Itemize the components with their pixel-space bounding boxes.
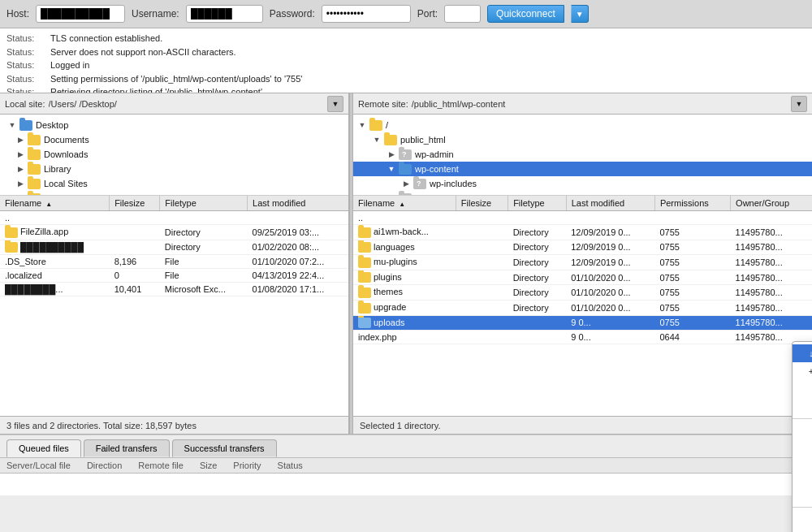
folder-icon-row2 bbox=[5, 242, 18, 253]
remote-tree: ▼ / ▼ public_html ▶ ? wp-admin ▼ wp-cont… bbox=[353, 115, 812, 196]
tree-label-public_html: public_html bbox=[400, 135, 446, 145]
file-name: ██████████ bbox=[0, 240, 110, 255]
table-row-uploads[interactable]: uploads 9 0... 0755 11495780... bbox=[353, 315, 812, 331]
tree-toggle-downloads[interactable]: ▶ bbox=[15, 149, 26, 160]
folder-icon-upgrade bbox=[358, 303, 371, 314]
col-filesize-local[interactable]: Filesize bbox=[110, 196, 160, 211]
context-menu-create-file[interactable]: Create new file bbox=[793, 469, 812, 487]
table-row[interactable]: plugins Directory 01/10/2020 0... 0755 1… bbox=[353, 270, 812, 285]
context-menu-rename[interactable]: Rename bbox=[793, 528, 812, 532]
table-row[interactable]: ██████████ Directory 01/02/2020 08:... bbox=[0, 240, 348, 255]
remote-status-bar: Selected 1 directory. bbox=[353, 416, 812, 434]
context-menu-create-enter-dir[interactable]: Create directory and enter it bbox=[793, 439, 812, 469]
table-row[interactable]: FileZilla.app Directory 09/25/2019 03:..… bbox=[0, 225, 348, 240]
context-menu-download[interactable]: ↓ Download bbox=[793, 344, 812, 362]
file-name: .localized bbox=[0, 269, 110, 283]
status-line-4: Status: Setting permissions of '/public_… bbox=[6, 72, 806, 86]
col-filetype-remote[interactable]: Filetype bbox=[508, 196, 567, 211]
tree-item-downloads[interactable]: ▶ Downloads bbox=[0, 147, 348, 162]
folder-icon-wp-admin: ? bbox=[399, 149, 412, 160]
context-menu-delete[interactable]: Delete bbox=[793, 510, 812, 528]
table-row[interactable]: .. bbox=[0, 211, 348, 225]
context-menu-add-queue[interactable]: + Add files to queue bbox=[793, 362, 812, 380]
tree-toggle-wp-includes[interactable]: ▶ bbox=[400, 178, 412, 189]
tree-toggle-public_html[interactable]: ▼ bbox=[371, 134, 382, 145]
folder-icon-wp-includes: ? bbox=[413, 179, 426, 189]
file-type: Directory bbox=[508, 255, 567, 270]
tree-item-public_html[interactable]: ▼ public_html bbox=[353, 132, 812, 147]
table-row[interactable]: ████████... 10,401 Microsoft Exc... 01/0… bbox=[0, 283, 348, 296]
password-input[interactable] bbox=[322, 5, 411, 23]
col-modified-remote[interactable]: Last modified bbox=[566, 196, 654, 211]
file-type bbox=[508, 315, 567, 331]
table-row[interactable]: index.php 9 0... 0644 11495780... bbox=[353, 331, 812, 344]
remote-file-table-container[interactable]: Filename ▲ Filesize Filetype Last modifi… bbox=[353, 196, 812, 416]
tree-toggle-library[interactable]: ▶ bbox=[15, 163, 26, 175]
col-filesize-remote[interactable]: Filesize bbox=[456, 196, 508, 211]
file-name: FileZilla.app bbox=[0, 225, 110, 240]
tree-item-localsites[interactable]: ▶ Local Sites bbox=[0, 176, 348, 191]
tree-item-wp-includes[interactable]: ▶ ? wp-includes bbox=[353, 176, 812, 191]
remote-status-text: Selected 1 directory. bbox=[360, 421, 440, 430]
local-file-table-container[interactable]: Filename ▲ Filesize Filetype Last modifi… bbox=[0, 196, 348, 416]
col-modified-local[interactable]: Last modified bbox=[248, 196, 348, 211]
enter-dir-icon bbox=[806, 383, 812, 395]
table-row[interactable]: languages Directory 12/09/2019 0... 0755… bbox=[353, 240, 812, 255]
file-perms bbox=[654, 211, 730, 225]
tree-toggle-desktop[interactable]: ▼ bbox=[6, 119, 18, 131]
local-site-dropdown[interactable]: ▼ bbox=[327, 96, 343, 112]
table-row[interactable]: ai1wm-back... Directory 12/09/2019 0... … bbox=[353, 225, 812, 240]
folder-icon-themes bbox=[358, 288, 371, 298]
context-menu-refresh[interactable]: Refresh bbox=[793, 487, 812, 504]
tree-toggle-wp-content[interactable]: ▼ bbox=[386, 163, 397, 175]
table-row[interactable]: themes Directory 01/10/2020 0... 0755 11… bbox=[353, 285, 812, 301]
remote-site-dropdown[interactable]: ▼ bbox=[791, 96, 807, 112]
host-input[interactable] bbox=[36, 5, 125, 23]
file-name: ai1wm-back... bbox=[353, 225, 456, 240]
col-filetype-local[interactable]: Filetype bbox=[160, 196, 248, 211]
file-owner: 11495780... bbox=[731, 270, 812, 285]
queue-col-status: Status bbox=[278, 461, 303, 470]
file-name: index.php bbox=[353, 331, 456, 344]
quickconnect-button[interactable]: Quickconnect bbox=[487, 5, 564, 23]
delete-icon bbox=[806, 513, 812, 525]
tab-queued-files[interactable]: Queued files bbox=[6, 439, 81, 457]
file-modified: 01/10/2020 0... bbox=[566, 300, 654, 315]
tree-toggle-localsites[interactable]: ▶ bbox=[15, 178, 26, 189]
table-row[interactable]: .localized 0 File 04/13/2019 22:4... bbox=[0, 269, 348, 283]
table-row[interactable]: upgrade Directory 01/10/2020 0... 0755 1… bbox=[353, 300, 812, 315]
file-type: File bbox=[160, 255, 248, 269]
context-menu-create-dir[interactable]: Create directory bbox=[793, 422, 812, 439]
tree-toggle-root[interactable]: ▼ bbox=[356, 119, 368, 131]
table-row[interactable]: mu-plugins Directory 12/09/2019 0... 075… bbox=[353, 255, 812, 270]
file-owner: 11495780... bbox=[731, 240, 812, 255]
file-name: mu-plugins bbox=[353, 255, 456, 270]
tree-item-library[interactable]: ▶ Library bbox=[0, 162, 348, 176]
file-type: Directory bbox=[160, 240, 248, 255]
tree-toggle-documents[interactable]: ▶ bbox=[15, 134, 26, 145]
port-input[interactable] bbox=[444, 5, 481, 23]
col-owner-remote[interactable]: Owner/Group bbox=[731, 196, 812, 211]
quickconnect-dropdown-button[interactable]: ▼ bbox=[571, 5, 589, 23]
file-type bbox=[508, 331, 567, 344]
tree-item-documents[interactable]: ▶ Documents bbox=[0, 132, 348, 147]
username-label: Username: bbox=[132, 8, 179, 19]
col-filename-local[interactable]: Filename ▲ bbox=[0, 196, 110, 211]
tree-item-wp-content[interactable]: ▼ wp-content bbox=[353, 162, 812, 176]
tree-item-desktop[interactable]: ▼ Desktop bbox=[0, 118, 348, 132]
tab-successful-transfers[interactable]: Successful transfers bbox=[172, 439, 277, 457]
status-line-3: Status: Logged in bbox=[6, 58, 806, 72]
tree-item-wp-admin[interactable]: ▶ ? wp-admin bbox=[353, 147, 812, 162]
col-filename-remote[interactable]: Filename ▲ bbox=[353, 196, 456, 211]
create-file-icon bbox=[806, 472, 812, 483]
username-input[interactable] bbox=[186, 5, 263, 23]
tree-item-root[interactable]: ▼ / bbox=[353, 118, 812, 132]
tab-failed-transfers[interactable]: Failed transfers bbox=[84, 439, 170, 457]
tree-toggle-wp-admin[interactable]: ▶ bbox=[386, 149, 397, 160]
status-line-5: Status: Retrieving directory listing of … bbox=[6, 85, 806, 93]
col-perms-remote[interactable]: Permissions bbox=[654, 196, 730, 211]
context-menu-enter-dir[interactable]: Enter directory bbox=[793, 380, 812, 398]
local-site-label: Local site: bbox=[5, 99, 45, 109]
table-row[interactable]: .. bbox=[353, 211, 812, 225]
table-row[interactable]: .DS_Store 8,196 File 01/10/2020 07:2... bbox=[0, 255, 348, 269]
